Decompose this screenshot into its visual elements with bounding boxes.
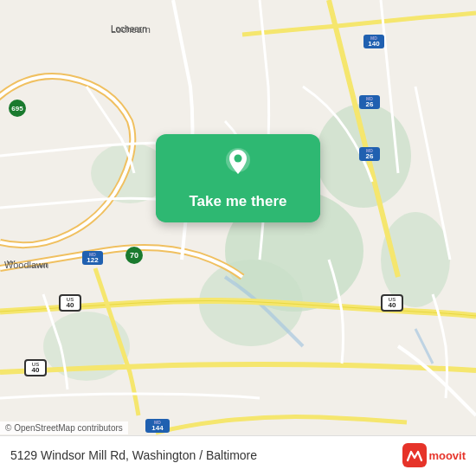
badge-us40-1: US 40 [59,294,81,312]
badge-md140: MD 140 [363,35,384,48]
badge-us40-2: US 40 [24,359,47,376]
address-text: 5129 Windsor Mill Rd, Washington / Balti… [10,448,257,462]
map-roads-svg [0,0,476,476]
take-me-there-button[interactable]: Take me there [156,134,320,222]
map-container: Lochearn Woodlawn 695 70 US 40 US 40 US … [0,0,476,476]
badge-us40-3: US 40 [381,294,403,312]
badge-md144: MD 144 [145,419,170,433]
badge-i70: 70 [125,247,143,264]
copyright-text: © OpenStreetMap contributors [5,423,123,433]
woodlawn-label: Woodlawn [4,260,48,270]
lochearn-label: Lochearn [111,24,151,35]
moovit-icon [402,443,427,467]
moovit-brand-text: moovit [428,449,466,462]
cta-label: Take me there [156,186,320,222]
info-bar: 5129 Windsor Mill Rd, Washington / Balti… [0,435,476,476]
moovit-logo: moovit [402,443,466,467]
location-pin-icon [222,146,254,179]
badge-md26-1: MD 26 [359,95,380,109]
badge-md26-2: MD 26 [359,147,380,161]
copyright-bar: © OpenStreetMap contributors [0,421,128,434]
svg-rect-8 [402,443,427,467]
badge-md122: MD 122 [82,251,103,265]
badge-i695: 695 [9,100,26,117]
svg-point-7 [235,155,242,163]
pin-area [222,134,254,186]
